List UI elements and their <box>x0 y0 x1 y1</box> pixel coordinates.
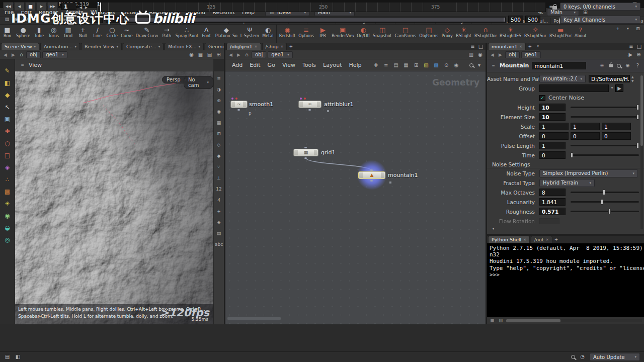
keys-combo[interactable]: 0 keys, 0/0 channels▾ <box>560 3 640 11</box>
shelf-tool-font[interactable]: AFont <box>199 25 214 38</box>
realtime-toggle-icon[interactable]: ⊙ <box>22 15 30 23</box>
spinner-up-icon[interactable]: ▲ <box>631 75 634 78</box>
play-button[interactable]: ▶ <box>36 2 47 11</box>
color-palette-icon[interactable]: ▨ <box>433 62 440 68</box>
tool-menu-icon[interactable]: ▾ <box>624 25 632 32</box>
translate-icon[interactable]: ✚ <box>4 128 11 134</box>
help-icon[interactable]: ? <box>634 62 641 69</box>
user-icon[interactable]: ◉ <box>453 62 460 68</box>
tree-view-icon[interactable]: ≡ <box>383 62 389 68</box>
snap-grid-icon[interactable]: ⊞ <box>216 131 222 137</box>
tab-python-shell[interactable]: Python Shell <box>488 236 530 243</box>
viewport-canvas[interactable]: Persp▾ No cam▾ Left mouse tumbles. Middl… <box>15 71 213 324</box>
keys-lock-icon[interactable] <box>552 6 557 10</box>
node-label[interactable]: smooth1 <box>249 101 273 108</box>
user-prefs-icon[interactable]: ▾ <box>476 62 482 68</box>
timeline-ruler[interactable]: 1 125 250 375 <box>97 2 546 12</box>
group-dropdown-icon[interactable]: ▾ <box>609 85 615 92</box>
node-input-connector[interactable] <box>370 169 373 171</box>
playback-range-fill[interactable] <box>124 18 505 22</box>
node-mountain1[interactable]: ▲ <box>358 171 385 179</box>
netmenu-view[interactable]: View <box>279 61 299 69</box>
bookmark-icon[interactable]: ▥ <box>468 51 474 58</box>
info-icon[interactable]: ◉ <box>624 62 631 69</box>
step-forward-icon[interactable]: ▶ <box>84 4 89 11</box>
noise-type-combo[interactable]: Simplex (Improved Perlin)▾ <box>539 169 638 177</box>
shelf-tool-null[interactable]: +Null <box>75 25 90 38</box>
shelf-tool-draw-curve[interactable]: ✎Draw Curve <box>134 25 159 38</box>
camera-view-icon[interactable]: ◉ <box>477 51 484 58</box>
shelf-tool-line[interactable]: /Line <box>90 25 105 38</box>
shelf-tool-renderview[interactable]: ▣RenderView <box>330 25 355 38</box>
camera-icon[interactable]: ◉ <box>4 212 11 219</box>
status-toggle-icon[interactable]: ◧ <box>15 354 21 360</box>
shelf-tool-path[interactable]: →Path <box>159 25 174 38</box>
forward-icon[interactable]: ▶ <box>497 52 504 57</box>
offset-y-field[interactable] <box>571 132 600 140</box>
network-editor-canvas[interactable]: Geometry ~ smooth1 p ≈ attribblur1 ▦ gri… <box>225 71 486 324</box>
update-mode-icon[interactable]: ◔ <box>579 354 586 360</box>
pane-menu-icon[interactable]: ≡ <box>628 43 634 50</box>
breadcrumb-obj[interactable]: obj <box>252 51 266 58</box>
tab-animation[interactable]: Animation... <box>40 43 80 50</box>
node-name-field[interactable] <box>532 62 586 69</box>
node-label[interactable]: mountain1 <box>388 172 418 178</box>
range-next-icon[interactable]: ▶ <box>62 16 67 23</box>
tab-render-view[interactable]: Render View <box>81 43 122 50</box>
time-field[interactable] <box>539 151 566 159</box>
expand-icon[interactable]: ⊞ <box>215 51 222 58</box>
current-frame-field[interactable] <box>61 3 76 10</box>
shelf-tool-torus[interactable]: ◎Torus <box>46 25 61 38</box>
pose-icon[interactable]: ◈ <box>4 164 11 170</box>
select-icon[interactable]: ↖ <box>4 104 11 110</box>
height-slider[interactable] <box>571 107 639 108</box>
shelf-tool-box[interactable]: ■Box <box>0 25 15 38</box>
shelf-tool-rslightsun[interactable]: ☼RSLightSun <box>523 25 548 38</box>
forward-icon[interactable]: ▶ <box>10 52 17 57</box>
shelf-tool-proxy[interactable]: ◇Proxy <box>440 25 454 38</box>
shelf-tool-on-off[interactable]: ◐On/Off <box>355 25 371 38</box>
anim-options-icon[interactable]: ▤ <box>3 15 11 23</box>
playback-range-slider[interactable] <box>123 17 506 23</box>
node-error-badge[interactable] <box>235 98 237 100</box>
range-start2-field[interactable] <box>106 16 119 23</box>
netmenu-go[interactable]: Go <box>264 61 279 69</box>
node-output-connector[interactable] <box>308 109 311 111</box>
drag-handle-icon[interactable]: ≡ <box>490 62 497 69</box>
shelf-tool-circle[interactable]: ○Circle <box>105 25 119 38</box>
prev-frame-button[interactable]: ◀ <box>14 2 25 11</box>
shaded-icon[interactable]: ◆ <box>216 153 222 159</box>
tab-scene-view[interactable]: Scene View <box>1 43 39 50</box>
paint-bucket-icon[interactable]: ◧ <box>4 79 11 86</box>
shell-options-icon[interactable]: ▦ <box>489 318 496 324</box>
pane-tab-menu-icon[interactable]: ▾ <box>534 42 542 50</box>
node-input-connector[interactable] <box>304 147 307 148</box>
go-end-button[interactable]: ▶▶ <box>47 2 58 11</box>
current-frame-marker[interactable] <box>100 3 101 12</box>
grid-toggle-icon[interactable]: ▦ <box>216 120 222 126</box>
pane-menu-icon[interactable]: ≡ <box>216 75 222 82</box>
range-end-icon[interactable]: ▶ <box>68 16 73 23</box>
tab-composite[interactable]: Composite... <box>123 43 164 50</box>
shelf-tool-l-system[interactable]: ΨL-System <box>239 25 261 38</box>
light-icon[interactable]: ☀ <box>4 200 11 207</box>
max-octaves-field[interactable] <box>539 189 566 196</box>
node-comment-badge[interactable] <box>327 110 329 112</box>
lock-icon[interactable] <box>609 64 613 67</box>
tab-motion-fx[interactable]: Motion FX... <box>165 43 204 50</box>
asset-path-field[interactable]: D:/Software/H... <box>589 75 630 82</box>
asset-version-combo[interactable]: mountain::2.0▾ <box>539 75 586 83</box>
auto-update-combo[interactable]: Auto Update▾ <box>590 353 640 361</box>
offset-x-field[interactable] <box>539 132 569 140</box>
group-select-arrow-icon[interactable]: ▶ <box>615 84 623 92</box>
node-label[interactable]: attribblur1 <box>324 101 353 108</box>
roughness-slider[interactable] <box>571 211 639 212</box>
particles-icon[interactable]: ∴ <box>4 176 11 183</box>
point-numbers-icon[interactable]: 12 <box>216 186 222 193</box>
shelf-tool-spray-paint[interactable]: ∴Spray Paint <box>174 25 199 38</box>
time-slider[interactable] <box>571 154 639 156</box>
shelf-options-icon[interactable]: ⊞ <box>634 25 642 32</box>
netmenu-help[interactable]: Help <box>346 61 365 69</box>
shelf-tool-about[interactable]: ?About <box>573 25 588 38</box>
link-icon[interactable]: ⊕ <box>635 51 642 58</box>
